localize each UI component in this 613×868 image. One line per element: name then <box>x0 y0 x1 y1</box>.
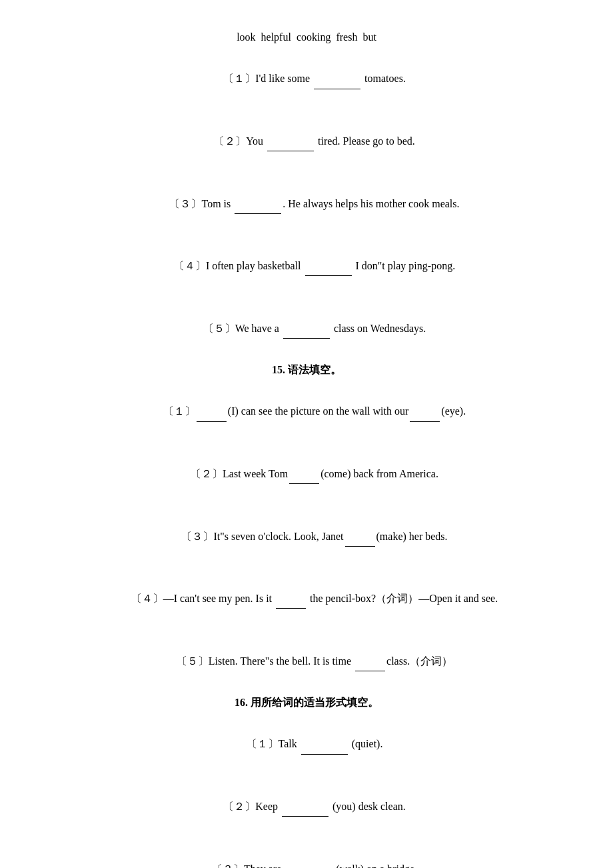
blank-s16-2 <box>282 806 328 817</box>
page-content: look helpful cooking fresh but 〔１〕I'd li… <box>40 27 573 868</box>
section-15: 15. 语法填空。 〔１〕(I) can see the picture on … <box>40 359 573 692</box>
s15-item-3: 〔３〕It"s seven o'clock. Look, Janet(make)… <box>40 505 573 567</box>
section-16-header: 16. 用所给词的适当形式填空。 <box>40 692 573 713</box>
s16-item-2: 〔２〕Keep (you) desk clean. <box>40 775 573 838</box>
section-15-header: 15. 语法填空。 <box>40 359 573 380</box>
word-fill-section: 〔１〕I'd like some tomatoes. 〔２〕You tired.… <box>40 47 573 359</box>
blank-5 <box>283 328 330 339</box>
blank-s15-4 <box>276 598 306 609</box>
item-4-line: 〔４〕I often play basketball I don"t play … <box>40 235 573 297</box>
blank-s15-1a <box>197 411 227 422</box>
item-2-line: 〔２〕You tired. Please go to bed. <box>40 110 573 173</box>
s16-item-3: 〔３〕They are (walk) on a bridge. <box>40 837 573 868</box>
blank-4 <box>305 265 352 276</box>
item-1-line: 〔１〕I'd like some tomatoes. <box>40 47 573 110</box>
section-16: 16. 用所给词的适当形式填空。 〔１〕Talk (quiet). 〔２〕Kee… <box>40 692 573 868</box>
blank-1 <box>314 79 360 89</box>
s16-item-1: 〔１〕Talk (quiet). <box>40 713 573 775</box>
blank-s15-3 <box>345 536 375 547</box>
blank-s15-5 <box>355 661 385 671</box>
item-3-line: 〔３〕Tom is . He always helps his mother c… <box>40 172 573 235</box>
s15-item-5: 〔５〕Listen. There"s the bell. It is time … <box>40 629 573 692</box>
blank-3 <box>235 203 281 214</box>
blank-s16-1 <box>301 744 348 755</box>
blank-s15-1b <box>410 411 440 422</box>
s15-item-1: 〔１〕(I) can see the picture on the wall w… <box>40 380 573 443</box>
item-5-line: 〔５〕We have a class on Wednesdays. <box>40 297 573 359</box>
blank-2 <box>267 141 314 151</box>
word-bank: look helpful cooking fresh but <box>40 27 573 47</box>
blank-s15-2 <box>289 473 319 484</box>
s15-item-2: 〔２〕Last week Tom(come) back from America… <box>40 443 573 505</box>
s15-item-4: 〔４〕—I can't see my pen. Is it the pencil… <box>40 567 573 630</box>
